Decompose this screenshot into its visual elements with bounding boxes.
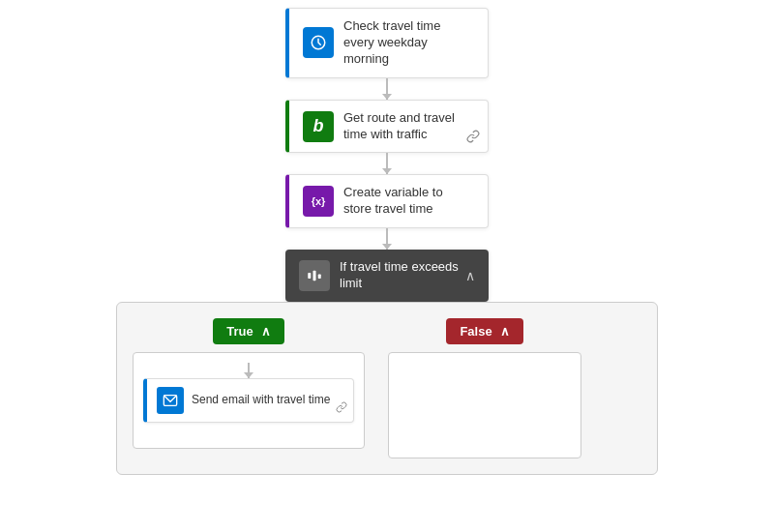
condition-left: If travel time exceeds limit — [299, 259, 465, 292]
branch-true-label: True — [226, 324, 253, 339]
branch-false: False ∧ — [388, 318, 581, 458]
bing-icon: b — [303, 111, 334, 142]
condition-label: If travel time exceeds limit — [340, 259, 465, 292]
condition-icon — [299, 260, 330, 291]
connector-2 — [386, 153, 388, 174]
svg-rect-3 — [318, 275, 321, 280]
svg-rect-2 — [313, 271, 316, 281]
create-variable-label: Create variable to store travel time — [343, 185, 474, 218]
flow-diagram: Check travel time every weekday morning … — [0, 8, 774, 475]
connector-3 — [386, 228, 388, 250]
get-route-label: Get route and travel time with traffic — [343, 110, 474, 143]
node-condition[interactable]: If travel time exceeds limit ∧ — [285, 250, 489, 302]
branch-true: True ∧ — [133, 318, 365, 449]
node-get-route[interactable]: b Get route and travel time with traffic — [285, 100, 489, 154]
branch-true-box: Send email with travel time — [133, 352, 365, 449]
branch-true-chevron: ∧ — [261, 324, 271, 339]
send-email-label: Send email with travel time — [192, 393, 330, 408]
link-icon-send-email — [336, 399, 347, 417]
branch-true-header[interactable]: True ∧ — [213, 318, 283, 344]
node-create-variable[interactable]: {x} Create variable to store travel time — [285, 174, 489, 228]
branch-false-header[interactable]: False ∧ — [446, 318, 522, 344]
variable-icon: {x} — [303, 186, 334, 217]
branch-false-chevron: ∧ — [500, 324, 510, 339]
email-icon — [157, 387, 184, 414]
connector-1 — [386, 78, 388, 100]
condition-chevron[interactable]: ∧ — [465, 268, 475, 283]
check-travel-time-label: Check travel time every weekday morning — [343, 18, 474, 68]
branch-true-connector — [248, 363, 250, 378]
branch-false-box — [388, 352, 581, 458]
node-check-travel-time[interactable]: Check travel time every weekday morning — [285, 8, 489, 78]
condition-branches: True ∧ — [117, 303, 657, 474]
condition-container: True ∧ — [116, 302, 658, 475]
node-send-email[interactable]: Send email with travel time — [143, 378, 354, 423]
branch-false-label: False — [460, 324, 491, 339]
clock-icon — [303, 27, 334, 58]
link-icon-get-route — [466, 130, 480, 146]
svg-rect-1 — [308, 273, 311, 279]
